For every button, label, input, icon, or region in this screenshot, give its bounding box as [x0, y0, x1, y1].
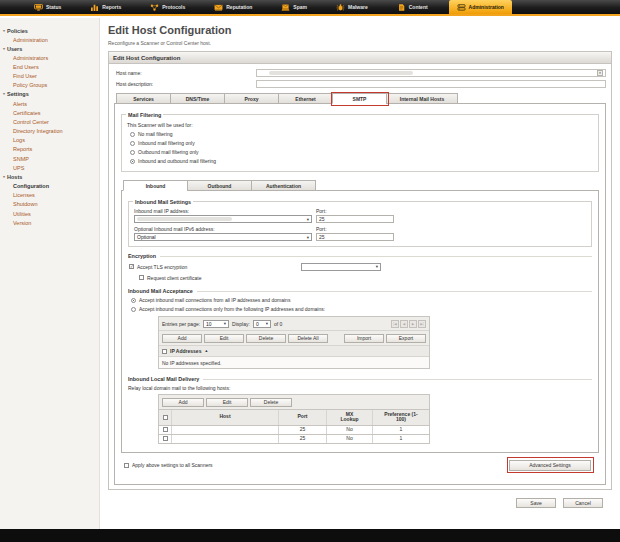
sidebar-item-configuration[interactable]: Configuration: [0, 181, 99, 190]
tab-services[interactable]: Services: [116, 93, 171, 104]
sidebar-item-administration[interactable]: Administration: [0, 35, 99, 44]
sidebar-group-label: Hosts: [7, 174, 22, 180]
spam-tray-icon: [281, 4, 290, 11]
tls-checkbox-checked[interactable]: ✓: [129, 264, 134, 269]
sidebar-item-utilities[interactable]: Utilities: [0, 209, 99, 218]
nav-item-status[interactable]: Status: [26, 0, 69, 14]
save-button[interactable]: Save: [516, 498, 556, 508]
sidebar-item-logs[interactable]: Logs: [0, 136, 99, 145]
inbound-ip-select[interactable]: [134, 215, 312, 223]
display-select[interactable]: 0: [253, 320, 271, 328]
relay-hosts-table: Add Edit Delete Host Port MX Lookup Pref…: [158, 394, 430, 444]
radio-icon[interactable]: [131, 307, 136, 312]
edit-button[interactable]: Edit: [206, 398, 248, 407]
inbound-ipv6-port-input[interactable]: 25: [316, 233, 394, 241]
apply-all-scanners-checkbox[interactable]: [124, 463, 129, 468]
first-page-icon[interactable]: |◀: [391, 320, 399, 328]
sidebar-group-settings[interactable]: ▾Settings: [0, 90, 99, 99]
sidebar-item-reports[interactable]: Reports: [0, 145, 99, 154]
export-button[interactable]: Export: [386, 334, 426, 343]
sidebar-item-ups[interactable]: UPS: [0, 163, 99, 172]
radio-icon-selected[interactable]: [130, 159, 135, 164]
tab-dns-time[interactable]: DNS/Time: [170, 93, 225, 104]
display-label: Display:: [232, 321, 250, 327]
bottom-black-bar: [0, 529, 620, 542]
sidebar-item-snmp[interactable]: SNMP: [0, 154, 99, 163]
tls-certificate-select[interactable]: [301, 263, 381, 271]
inbound-mail-settings-legend: Inbound Mail Settings: [133, 199, 193, 205]
add-button[interactable]: Add: [162, 398, 204, 407]
import-button[interactable]: Import: [344, 334, 384, 343]
radio-outbound-only[interactable]: Outbound mail filtering only: [130, 149, 593, 155]
previous-page-icon[interactable]: ◀: [400, 320, 408, 328]
tab-outbound[interactable]: Outbound: [187, 180, 252, 191]
sidebar-group-hosts[interactable]: ▾Hosts: [0, 172, 99, 181]
client-cert-checkbox[interactable]: [139, 275, 144, 280]
sidebar-item-find-user[interactable]: Find User: [0, 72, 99, 81]
radio-inbound-and-outbound[interactable]: Inbound and outbound mail filtering: [130, 158, 593, 164]
nav-item-content[interactable]: Content: [389, 0, 436, 14]
mail-filtering-intro: This Scanner will be used for:: [127, 122, 593, 128]
row-checkbox[interactable]: [163, 427, 168, 432]
sidebar-item-policy-groups[interactable]: Policy Groups: [0, 81, 99, 90]
cancel-button[interactable]: Cancel: [563, 498, 603, 508]
add-button[interactable]: Add: [162, 334, 202, 343]
delete-button[interactable]: Delete: [246, 334, 286, 343]
relay-host-row[interactable]: 25 No 1: [158, 435, 430, 444]
select-all-checkbox[interactable]: [162, 349, 167, 354]
row-checkbox[interactable]: [163, 436, 168, 441]
entries-per-page-select[interactable]: 10: [203, 320, 229, 328]
radio-label: No mail filtering: [138, 131, 172, 137]
nav-item-malware[interactable]: Malware: [328, 0, 376, 14]
select-all-checkbox[interactable]: [163, 415, 168, 420]
port-value: 25: [319, 216, 325, 222]
radio-no-mail-filtering[interactable]: No mail filtering: [130, 131, 593, 137]
nav-item-administration[interactable]: Administration: [449, 0, 512, 14]
delete-all-button[interactable]: Delete All: [288, 334, 328, 343]
content-document-icon: [397, 4, 406, 11]
sidebar-group-users[interactable]: ▾Users: [0, 44, 99, 53]
tab-internal-mail-hosts[interactable]: Internal Mail Hosts: [386, 93, 458, 104]
tab-ethernet[interactable]: Ethernet: [278, 93, 333, 104]
collapse-caret-icon: ▾: [3, 29, 5, 33]
nav-item-reputation[interactable]: Reputation: [206, 0, 260, 14]
sidebar-item-certificates[interactable]: Certificates: [0, 108, 99, 117]
sidebar-item-shutdown[interactable]: Shutdown: [0, 200, 99, 209]
mx-lookup-cell: No: [327, 426, 373, 434]
sidebar-item-control-center[interactable]: Control Center: [0, 117, 99, 126]
nav-item-reports[interactable]: Reports: [82, 0, 129, 14]
sidebar-item-alerts[interactable]: Alerts: [0, 99, 99, 108]
radio-accept-only-following[interactable]: Accept inbound mail connections only fro…: [131, 306, 592, 312]
delete-button[interactable]: Delete: [250, 398, 292, 407]
edit-button[interactable]: Edit: [204, 334, 244, 343]
sidebar-item-licenses[interactable]: Licenses: [0, 191, 99, 200]
inbound-ipv6-select[interactable]: Optional: [134, 233, 312, 241]
sidebar-item-administrators[interactable]: Administrators: [0, 53, 99, 62]
tab-authentication[interactable]: Authentication: [251, 180, 316, 191]
nav-item-spam[interactable]: Spam: [273, 0, 315, 14]
sidebar-group-policies[interactable]: ▾Policies: [0, 26, 99, 35]
sidebar-item-version[interactable]: Version: [0, 218, 99, 227]
nav-item-protocols[interactable]: Protocols: [142, 0, 193, 14]
sidebar-item-directory-integration[interactable]: Directory Integration: [0, 127, 99, 136]
host-description-input[interactable]: [256, 80, 606, 88]
section-label: Inbound Local Mail Delivery: [128, 376, 199, 382]
sidebar-item-end-users[interactable]: End Users: [0, 62, 99, 71]
radio-inbound-only[interactable]: Inbound mail filtering only: [130, 140, 593, 146]
host-name-input[interactable]: ✕: [256, 69, 606, 77]
last-page-icon[interactable]: ▶|: [418, 320, 426, 328]
clear-icon[interactable]: ✕: [597, 70, 603, 76]
tab-smtp[interactable]: SMTP: [332, 93, 387, 104]
radio-icon[interactable]: [130, 150, 135, 155]
radio-icon-selected[interactable]: [131, 298, 136, 303]
tab-inbound[interactable]: Inbound: [123, 180, 188, 191]
radio-accept-all[interactable]: Accept inbound mail connections from all…: [131, 297, 592, 303]
advanced-settings-button[interactable]: Advanced Settings: [509, 460, 591, 471]
sort-ascending-icon[interactable]: ▲: [204, 349, 208, 353]
tab-proxy[interactable]: Proxy: [224, 93, 279, 104]
radio-icon[interactable]: [130, 141, 135, 146]
inbound-port-input[interactable]: 25: [316, 215, 394, 223]
radio-icon[interactable]: [130, 132, 135, 137]
relay-host-row[interactable]: 25 No 1: [158, 426, 430, 435]
next-page-icon[interactable]: ▶: [409, 320, 417, 328]
